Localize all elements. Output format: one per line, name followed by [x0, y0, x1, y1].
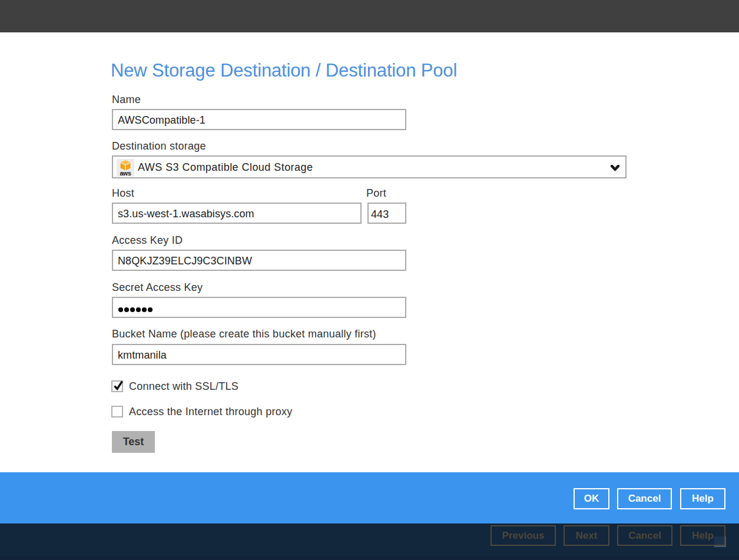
svg-text:aws: aws	[120, 170, 131, 177]
